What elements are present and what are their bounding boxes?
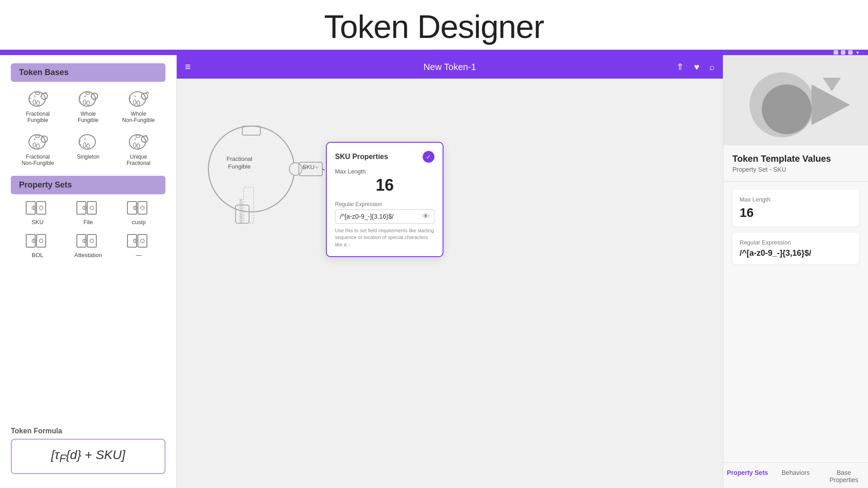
search-icon[interactable]: ⌕: [709, 62, 715, 72]
svg-line-16: [141, 95, 142, 97]
svg-rect-42: [87, 202, 96, 214]
svg-rect-6: [36, 92, 39, 94]
svg-point-66: [208, 126, 294, 212]
canvas-title: New Token-1: [424, 62, 476, 72]
property-set-item-add[interactable]: —: [117, 232, 161, 258]
menu-icon[interactable]: ≡: [185, 61, 191, 73]
svg-point-28: [87, 144, 90, 148]
piggy-icon-unique-fractional: [125, 129, 152, 152]
sku-properties-title: SKU Properties: [335, 153, 388, 161]
svg-point-23: [37, 144, 39, 148]
svg-rect-37: [37, 202, 46, 214]
svg-point-29: [84, 138, 85, 140]
token-item-label-fractional-fungible: FractionalFungible: [26, 111, 50, 124]
svg-point-40: [39, 206, 43, 210]
svg-point-24: [34, 138, 35, 140]
sku-max-length-label: Max Length: [335, 168, 434, 175]
sku-check-icon[interactable]: ✓: [423, 151, 434, 163]
token-item-label-fractional-non-fungible: FractionalNon-Fungible: [22, 154, 54, 167]
substitutable-label: substitutable: [239, 199, 244, 224]
max-length-card-value: 16: [740, 206, 852, 220]
property-set-item-cusip[interactable]: cusip: [117, 199, 161, 225]
regex-card: Regular Expression /^[a-z0-9_-]{3,16}$/: [732, 233, 859, 264]
svg-rect-71: [299, 162, 322, 176]
svg-text:+: +: [302, 164, 306, 171]
token-bases-grid: FractionalFungible WholeFungible: [11, 86, 165, 167]
token-item-whole-non-fungible[interactable]: WholeNon-Fungible: [116, 86, 161, 124]
canvas-header: ≡ New Token-1 ⇑ ♥ ⌕: [177, 55, 723, 79]
token-item-singleton[interactable]: Singleton: [66, 129, 110, 167]
sku-regex-value: /^[a-z0-9_-]{3,16}$/: [340, 213, 422, 220]
token-bases-header: Token Bases: [11, 63, 165, 82]
eye-icon[interactable]: 👁: [422, 212, 429, 221]
token-item-fractional-non-fungible[interactable]: FractionalNon-Fungible: [15, 129, 60, 167]
token-template-info: Token Template Values Property Set - SKU: [723, 145, 868, 182]
svg-point-22: [33, 143, 36, 147]
sku-canvas-label: SKU: [302, 164, 315, 170]
token-visual-svg: [732, 57, 859, 143]
svg-point-34: [135, 138, 136, 140]
svg-point-4: [37, 101, 39, 105]
property-set-item-file[interactable]: File: [66, 199, 110, 225]
token-template-subtitle: Property Set - SKU: [732, 166, 859, 173]
svg-point-32: [133, 143, 136, 147]
token-item-unique-fractional[interactable]: UniqueFractional: [116, 129, 161, 167]
sku-max-length-value: 16: [335, 176, 434, 195]
svg-point-65: [141, 239, 144, 243]
share-icon[interactable]: ⇑: [676, 61, 684, 72]
svg-marker-76: [811, 84, 850, 125]
svg-point-50: [141, 206, 144, 210]
svg-point-27: [83, 143, 86, 147]
svg-point-5: [34, 96, 35, 97]
left-sidebar: Token Bases FractionalFung: [0, 55, 176, 488]
property-set-item-bol[interactable]: BOL: [15, 232, 60, 258]
property-set-label-add: —: [136, 252, 142, 258]
svg-text:+: +: [315, 164, 319, 171]
sku-regex-input-row[interactable]: /^[a-z0-9_-]{3,16}$/ 👁: [335, 209, 434, 224]
property-set-item-attestation[interactable]: Attestation: [66, 232, 110, 258]
svg-rect-47: [138, 202, 147, 214]
svg-rect-67: [242, 126, 260, 135]
svg-point-77: [762, 84, 811, 134]
token-label: FractionalFungible: [226, 155, 252, 171]
svg-point-60: [90, 239, 94, 243]
property-set-item-sku[interactable]: SKU: [15, 199, 60, 225]
svg-point-10: [83, 100, 86, 104]
regex-card-label: Regular Expression: [740, 239, 852, 246]
property-set-label-cusip: cusip: [132, 219, 146, 225]
svg-point-33: [137, 144, 140, 148]
top-bar-dot-3: [848, 50, 853, 55]
property-set-icon-add: [125, 232, 152, 250]
piggy-icon-whole-fungible: [75, 86, 102, 109]
property-set-label-sku: SKU: [32, 219, 44, 225]
page-title: Token Designer: [0, 0, 868, 50]
tab-property-sets[interactable]: Property Sets: [723, 463, 772, 488]
regex-card-value: /^[a-z0-9_-]{3,16}$/: [740, 249, 852, 258]
svg-point-12: [84, 96, 85, 97]
sku-properties-header: SKU Properties ✓: [335, 151, 434, 163]
svg-rect-13: [86, 92, 90, 94]
svg-point-55: [39, 239, 43, 243]
property-set-label-bol: BOL: [32, 252, 43, 258]
sku-regex-label: Regular Expression: [335, 201, 434, 207]
tab-behaviors[interactable]: Behaviors: [772, 463, 820, 488]
tab-base-properties[interactable]: Base Properties: [820, 463, 868, 488]
svg-point-45: [90, 206, 94, 210]
heart-icon[interactable]: ♥: [694, 62, 699, 72]
svg-rect-52: [37, 235, 46, 247]
property-set-icon-bol: [24, 232, 51, 250]
svg-rect-25: [36, 135, 39, 137]
piggy-icon-singleton: [75, 129, 102, 152]
svg-line-2: [41, 95, 41, 97]
max-length-card: Max Length 16: [732, 190, 859, 226]
token-diagram: + + FractionalFungible SKU substitutable…: [177, 79, 723, 488]
property-set-icon-sku: [24, 199, 51, 217]
property-set-icon-file: [75, 199, 102, 217]
svg-rect-62: [138, 235, 147, 247]
token-item-whole-fungible[interactable]: WholeFungible: [66, 86, 110, 124]
main-layout: Token Bases FractionalFung: [0, 55, 868, 488]
canvas-header-icons: ⇑ ♥ ⌕: [676, 61, 715, 72]
token-item-fractional-fungible[interactable]: FractionalFungible: [15, 86, 60, 124]
token-item-label-singleton: Singleton: [77, 154, 99, 160]
property-sets-grid: SKU File: [11, 199, 165, 258]
